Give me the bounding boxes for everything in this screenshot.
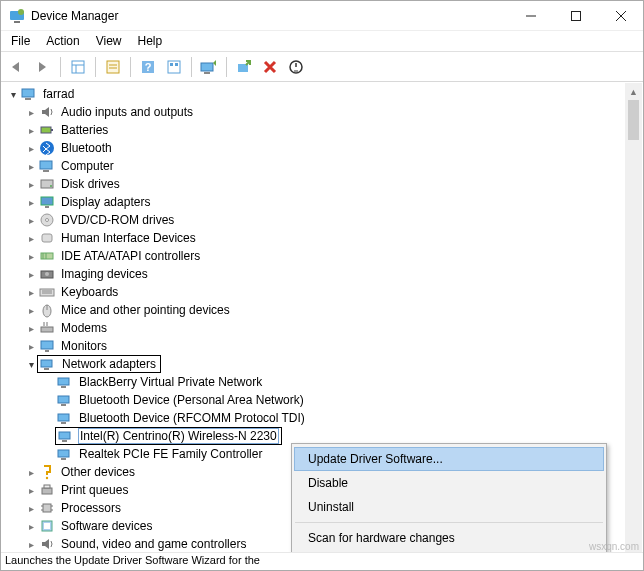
back-button[interactable] <box>5 55 29 79</box>
tree-item[interactable]: ▸ Display adapters <box>7 193 643 211</box>
tree-item[interactable]: ▸ Keyboards <box>7 283 643 301</box>
svg-rect-4 <box>571 11 580 20</box>
help-button[interactable]: ? <box>136 55 160 79</box>
expand-icon[interactable]: ▸ <box>25 287 37 298</box>
scroll-up-button[interactable]: ▲ <box>625 83 642 100</box>
menu-file[interactable]: File <box>11 34 30 48</box>
tree-item[interactable]: ▸ Mice and other pointing devices <box>7 301 643 319</box>
svg-rect-15 <box>168 61 180 73</box>
network-card-icon <box>57 446 73 462</box>
tree-item[interactable]: ▸ Batteries <box>7 121 643 139</box>
tree-item-network-adapter[interactable]: BlackBerry Virtual Private Network <box>7 373 643 391</box>
ctx-uninstall[interactable]: Uninstall <box>294 495 604 519</box>
expand-icon[interactable]: ▸ <box>25 503 37 514</box>
expand-icon[interactable]: ▸ <box>25 341 37 352</box>
tree-item[interactable]: ▸ Monitors <box>7 337 643 355</box>
tree-item[interactable]: ▸ Human Interface Devices <box>7 229 643 247</box>
other-icon <box>39 464 55 480</box>
svg-rect-56 <box>61 422 66 424</box>
svg-point-34 <box>46 219 49 222</box>
expand-icon[interactable]: ▸ <box>25 467 37 478</box>
tree-item-label: Batteries <box>59 122 110 138</box>
tree-item-label: IDE ATA/ATAPI controllers <box>59 248 202 264</box>
svg-rect-59 <box>58 450 69 457</box>
tree-item[interactable]: ▸ Computer <box>7 157 643 175</box>
tree-item-label: Other devices <box>59 464 137 480</box>
soft-icon <box>39 518 55 534</box>
tree-item-label: Human Interface Devices <box>59 230 198 246</box>
svg-rect-64 <box>43 504 51 512</box>
show-hide-button[interactable] <box>66 55 90 79</box>
forward-button[interactable] <box>31 55 55 79</box>
svg-rect-24 <box>41 127 51 133</box>
computer-icon <box>21 86 37 102</box>
network-card-icon <box>57 410 73 426</box>
tree-item-network-adapter[interactable]: Bluetooth Device (Personal Area Network) <box>7 391 643 409</box>
tree-item[interactable]: ▸ Imaging devices <box>7 265 643 283</box>
maximize-button[interactable] <box>553 1 598 30</box>
expand-icon[interactable]: ▸ <box>25 215 37 226</box>
scan-hardware-button[interactable] <box>232 55 256 79</box>
tree-root[interactable]: ▾ farrad <box>7 85 643 103</box>
tree-item-label: Monitors <box>59 338 109 354</box>
expand-icon[interactable]: ▾ <box>25 359 37 370</box>
expand-icon[interactable]: ▸ <box>25 233 37 244</box>
tree-item[interactable]: ▸ IDE ATA/ATAPI controllers <box>7 247 643 265</box>
close-button[interactable] <box>598 1 643 30</box>
tree-item-label: Realtek PCIe FE Family Controller <box>77 446 264 462</box>
minimize-button[interactable] <box>508 1 553 30</box>
view-button[interactable] <box>162 55 186 79</box>
ctx-update-driver[interactable]: Update Driver Software... <box>294 447 604 471</box>
expand-icon[interactable]: ▸ <box>25 539 37 550</box>
network-icon <box>40 356 56 372</box>
tree-item[interactable]: ▸ DVD/CD-ROM drives <box>7 211 643 229</box>
svg-rect-1 <box>14 21 20 23</box>
expand-icon[interactable]: ▸ <box>25 161 37 172</box>
menu-view[interactable]: View <box>96 34 122 48</box>
tree-item[interactable]: ▸ Disk drives <box>7 175 643 193</box>
svg-rect-52 <box>61 386 66 388</box>
tree-item[interactable]: ▸ Bluetooth <box>7 139 643 157</box>
expand-icon[interactable]: ▸ <box>25 521 37 532</box>
svg-rect-47 <box>41 341 53 349</box>
tree-item[interactable]: ▸ Modems <box>7 319 643 337</box>
imaging-icon <box>39 266 55 282</box>
disable-button[interactable] <box>284 55 308 79</box>
tree-item-label: Processors <box>59 500 123 516</box>
vertical-scrollbar[interactable]: ▲ <box>625 83 642 552</box>
expand-icon[interactable]: ▸ <box>25 251 37 262</box>
window-title: Device Manager <box>31 9 508 23</box>
expand-icon[interactable]: ▾ <box>7 89 19 100</box>
tree-item-network-adapter[interactable]: Bluetooth Device (RFCOMM Protocol TDI) <box>7 409 643 427</box>
ctx-scan[interactable]: Scan for hardware changes <box>294 526 604 550</box>
ctx-disable[interactable]: Disable <box>294 471 604 495</box>
expand-icon[interactable]: ▸ <box>25 143 37 154</box>
expand-icon[interactable]: ▸ <box>25 197 37 208</box>
expand-icon[interactable]: ▸ <box>25 305 37 316</box>
svg-rect-10 <box>107 61 119 73</box>
expand-icon[interactable]: ▸ <box>25 107 37 118</box>
uninstall-button[interactable] <box>258 55 282 79</box>
properties-button[interactable] <box>101 55 125 79</box>
watermark: wsxqn.com <box>589 541 639 552</box>
menubar: File Action View Help <box>1 31 643 52</box>
hid-icon <box>39 230 55 246</box>
menu-help[interactable]: Help <box>138 34 163 48</box>
toolbar-separator <box>191 57 192 77</box>
audio-icon <box>39 104 55 120</box>
modem-icon <box>39 320 55 336</box>
expand-icon[interactable]: ▸ <box>25 269 37 280</box>
menu-action[interactable]: Action <box>46 34 79 48</box>
update-driver-button[interactable] <box>197 55 221 79</box>
svg-rect-62 <box>42 488 52 494</box>
expand-icon[interactable]: ▸ <box>25 125 37 136</box>
status-bar: Launches the Update Driver Software Wiza… <box>1 552 643 570</box>
tree-item-network-adapters[interactable]: ▾ Network adapters <box>7 355 643 373</box>
tree-item[interactable]: ▸ Audio inputs and outputs <box>7 103 643 121</box>
expand-icon[interactable]: ▸ <box>25 323 37 334</box>
expand-icon[interactable]: ▸ <box>25 485 37 496</box>
computer-icon <box>39 158 55 174</box>
expand-icon[interactable]: ▸ <box>25 179 37 190</box>
scroll-thumb[interactable] <box>628 100 639 140</box>
tree-item-label: Computer <box>59 158 116 174</box>
